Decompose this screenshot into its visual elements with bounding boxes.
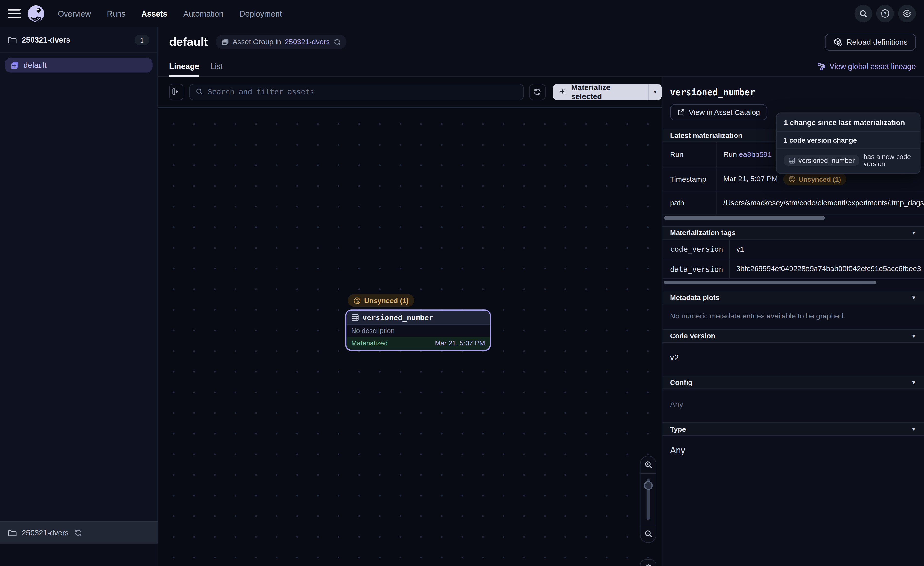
dagster-logo-icon[interactable] — [27, 5, 45, 23]
folder-icon — [8, 36, 16, 43]
code-version-value: v2 — [670, 352, 679, 362]
zoom-in-icon — [644, 461, 652, 469]
zoom-out-icon — [644, 530, 652, 538]
materialize-selected-button[interactable]: Materialize selected — [552, 83, 648, 100]
zoom-in-button[interactable] — [640, 456, 656, 474]
code-version-heading: Code Version — [670, 331, 715, 340]
settings-button[interactable] — [898, 5, 916, 23]
search-input[interactable] — [208, 87, 518, 96]
data-version-key: data_version — [662, 259, 729, 278]
nav-item-automation[interactable]: Automation — [183, 9, 224, 18]
materialize-dropdown-button[interactable]: ▼ — [648, 83, 662, 100]
svg-text:?: ? — [884, 11, 886, 16]
search-icon — [195, 88, 203, 96]
metadata-plots-heading: Metadata plots — [670, 293, 720, 301]
page-title: default — [169, 35, 208, 48]
table-icon — [789, 157, 795, 164]
materialize-selected-button-group: Materialize selected ▼ — [552, 83, 662, 100]
table-row: data_version 3bfc269594ef649228e9a74bab0… — [662, 259, 924, 278]
node-unsynced-badge[interactable]: Unsynced (1) — [348, 294, 414, 307]
config-value: Any — [670, 400, 683, 409]
chevron-down-icon[interactable]: ▼ — [911, 426, 916, 432]
table-icon — [351, 314, 359, 321]
sidebar-item-default[interactable]: default — [4, 58, 153, 73]
external-link-icon — [677, 108, 685, 116]
materialization-tags-heading: Materialization tags — [670, 229, 736, 237]
reload-icon[interactable] — [333, 38, 340, 45]
expand-sidebar-button[interactable] — [169, 83, 183, 100]
sidebar-folder-label: 250321-dvers — [22, 35, 70, 44]
section-code-version: Code Version ▼ — [662, 329, 924, 343]
reload-icon[interactable] — [74, 529, 82, 537]
nav-item-assets[interactable]: Assets — [141, 9, 167, 18]
hamburger-menu-icon[interactable] — [8, 9, 21, 18]
section-type: Type ▼ — [662, 422, 924, 436]
sidebar-footer[interactable]: 250321-dvers — [0, 521, 158, 543]
view-in-asset-catalog-button[interactable]: View in Asset Catalog — [670, 104, 767, 120]
panel-toggle-icon — [172, 88, 180, 96]
tabs-row: Lineage List View global asset lineage — [158, 57, 924, 77]
nav-items: Overview Runs Assets Automation Deployme… — [58, 9, 282, 18]
top-nav: Overview Runs Assets Automation Deployme… — [0, 0, 924, 27]
tab-list[interactable]: List — [210, 57, 223, 76]
graph-toolbar: Materialize selected ▼ — [158, 77, 662, 108]
changes-popover: 1 change since last materialization 1 co… — [776, 113, 921, 174]
nav-item-deployment[interactable]: Deployment — [239, 9, 282, 18]
unsynced-badge[interactable]: Unsynced (1) — [783, 173, 846, 185]
sidebar-item-label: default — [24, 61, 46, 69]
help-button[interactable]: ? — [876, 5, 894, 23]
view-global-asset-lineage-label: View global asset lineage — [830, 62, 916, 71]
gear-icon — [644, 563, 652, 566]
chevron-down-icon[interactable]: ▼ — [911, 230, 916, 236]
zoom-slider-handle[interactable] — [644, 481, 652, 490]
chevron-down-icon[interactable]: ▼ — [911, 379, 916, 385]
help-icon: ? — [880, 9, 890, 18]
popover-change-row: versioned_number has a new code version — [777, 149, 920, 173]
path-label: path — [662, 192, 716, 214]
code-version-value: v1 — [729, 240, 924, 259]
chevron-down-icon[interactable]: ▼ — [911, 333, 916, 339]
sidebar-footer-label: 250321-dvers — [22, 528, 69, 537]
reload-definitions-icon — [833, 38, 842, 46]
popover-title: 1 change since last materialization — [777, 113, 920, 132]
lineage-graph-icon — [817, 62, 825, 71]
run-link[interactable]: ea8bb591 — [739, 150, 772, 158]
lineage-graph-area: Materialize selected ▼ Unsynced (1) vers… — [158, 77, 662, 566]
sidebar-folder-250321-dvers[interactable]: 250321-dvers 1 — [0, 27, 158, 53]
tab-lineage[interactable]: Lineage — [169, 57, 200, 76]
view-global-asset-lineage-link[interactable]: View global asset lineage — [817, 62, 916, 71]
refresh-graph-button[interactable] — [529, 83, 546, 100]
asset-node-versioned-number[interactable]: versioned_number No description Material… — [345, 310, 491, 351]
materialize-selected-label: Materialize selected — [571, 83, 641, 100]
horizontal-scrollbar[interactable] — [664, 216, 825, 220]
asset-group-badge[interactable]: Asset Group in 250321-dvers — [215, 35, 346, 49]
reload-definitions-button[interactable]: Reload definitions — [825, 33, 916, 50]
asset-detail-title: versioned_number — [670, 87, 924, 98]
badge-code-location-link[interactable]: 250321-dvers — [285, 38, 330, 46]
lineage-canvas[interactable]: Unsynced (1) versioned_number No descrip… — [158, 109, 662, 566]
nav-item-runs[interactable]: Runs — [107, 9, 125, 18]
asset-chip[interactable]: versioned_number — [784, 155, 859, 166]
sidebar: 250321-dvers 1 default 250321-dvers — [0, 27, 158, 543]
node-unsynced-label: Unsynced (1) — [364, 297, 409, 305]
asset-node-timestamp: Mar 21, 5:07 PM — [435, 340, 485, 347]
asset-node-status: Materialized — [351, 340, 388, 347]
nav-item-overview[interactable]: Overview — [58, 9, 91, 18]
asset-node-name: versioned_number — [363, 313, 434, 322]
sync-icon — [533, 87, 542, 96]
top-nav-actions: ? — [855, 5, 916, 23]
type-value: Any — [670, 445, 686, 455]
horizontal-scrollbar[interactable] — [664, 281, 876, 284]
search-button[interactable] — [855, 5, 872, 23]
chevron-down-icon[interactable]: ▼ — [911, 294, 916, 300]
zoom-slider[interactable] — [640, 474, 656, 525]
view-in-asset-catalog-label: View in Asset Catalog — [689, 108, 760, 116]
popover-change-text: has a new code version — [864, 153, 913, 167]
asset-group-icon — [10, 61, 19, 69]
badge-prefix: Asset Group in — [232, 38, 281, 46]
table-row: code_version v1 — [662, 240, 924, 259]
zoom-out-button[interactable] — [640, 525, 656, 542]
graph-settings-button[interactable] — [640, 560, 657, 566]
path-link[interactable]: /Users/smackesey/stm/code/elementl/exper… — [723, 199, 924, 207]
section-metadata-plots: Metadata plots ▼ — [662, 291, 924, 304]
